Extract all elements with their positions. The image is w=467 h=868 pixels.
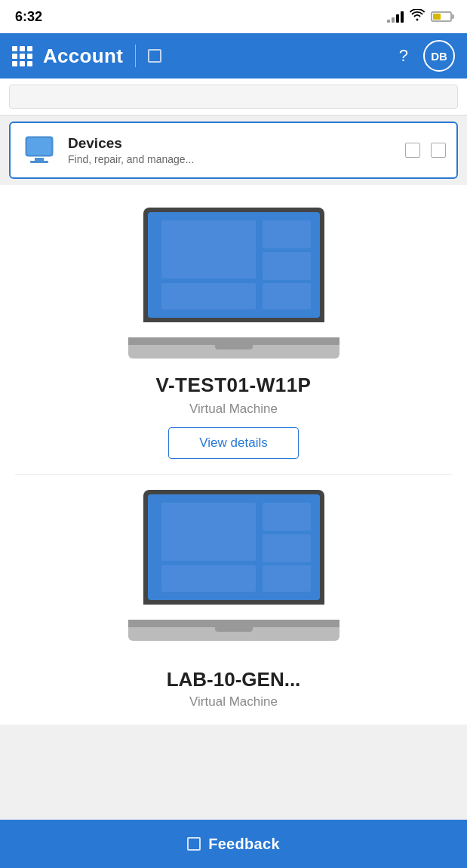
content: Devices Find, repair, and manage...: [0, 122, 467, 868]
feedback-bar[interactable]: Feedback: [0, 820, 467, 868]
devices-card-actions: [405, 143, 446, 158]
signal-icon: [387, 11, 404, 23]
feedback-label: Feedback: [208, 836, 280, 853]
card-action-icon-2[interactable]: [431, 143, 446, 158]
device-name-1: V-TEST01-W11P: [156, 374, 312, 397]
devices-text: Devices Find, repair, and manage...: [68, 135, 194, 165]
svg-rect-1: [27, 138, 51, 155]
grid-menu-icon[interactable]: [12, 46, 32, 66]
device-item-2: LAB-10-GEN... Virtual Machine: [0, 475, 467, 709]
laptop-illustration-1: [128, 208, 339, 359]
search-input[interactable]: [9, 85, 458, 109]
search-bar-area: [0, 78, 467, 115]
monitor-icon: [23, 134, 56, 167]
avatar[interactable]: DB: [423, 40, 455, 72]
devices-subtitle: Find, repair, and manage...: [68, 153, 194, 165]
device-type-2: Virtual Machine: [189, 694, 278, 709]
status-bar: 6:32: [0, 0, 467, 33]
laptop-illustration-2: [128, 490, 339, 641]
devices-icon-wrap: [21, 132, 57, 168]
device-item-1: V-TEST01-W11P Virtual Machine View detai…: [0, 185, 467, 474]
status-time: 6:32: [15, 9, 42, 25]
svg-rect-2: [35, 158, 44, 161]
help-button[interactable]: ?: [399, 46, 408, 66]
wifi-icon: [410, 9, 425, 24]
main-panel: V-TEST01-W11P Virtual Machine View detai…: [0, 185, 467, 725]
device-name-2: LAB-10-GEN...: [167, 668, 301, 691]
header-nav-square-icon[interactable]: [148, 49, 161, 63]
card-action-icon-1[interactable]: [405, 143, 420, 158]
svg-rect-3: [30, 161, 48, 163]
header-title: Account: [43, 45, 123, 68]
status-icons: [387, 9, 452, 24]
battery-icon: [431, 11, 452, 22]
device-type-1: Virtual Machine: [189, 402, 278, 417]
view-details-button-1[interactable]: View details: [168, 427, 298, 459]
header: Account ? DB: [0, 33, 467, 78]
header-divider: [135, 45, 136, 67]
devices-title: Devices: [68, 135, 194, 152]
devices-card[interactable]: Devices Find, repair, and manage...: [9, 122, 458, 179]
feedback-icon: [187, 837, 201, 851]
